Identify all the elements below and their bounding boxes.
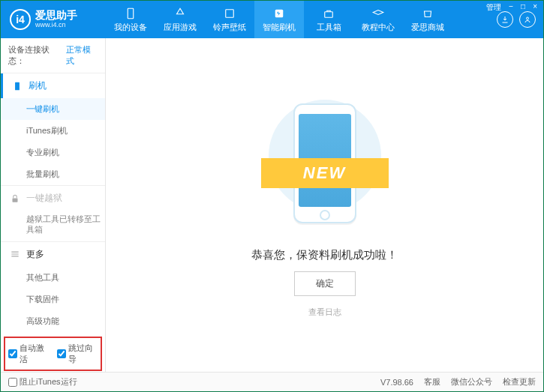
customer-service-link[interactable]: 客服 [424, 376, 440, 388]
side-group-jailbreak: 一键越狱 越狱工具已转移至工具箱 [1, 185, 105, 241]
close-button[interactable]: × [531, 2, 539, 13]
nav-store[interactable]: 爱思商城 [403, 1, 452, 38]
wechat-link[interactable]: 微信公众号 [451, 376, 492, 388]
nav-apps[interactable]: 应用游戏 [155, 1, 205, 38]
sidebar-item-advanced[interactable]: 高级功能 [26, 310, 105, 332]
nav-label: 教程中心 [362, 22, 395, 33]
nav-label: 铃声壁纸 [213, 22, 246, 33]
svg-rect-5 [15, 82, 20, 90]
user-button[interactable] [519, 11, 536, 28]
phone-icon [12, 81, 23, 91]
side-header-jailbreak[interactable]: 一键越狱 [1, 186, 105, 211]
nav-my-device[interactable]: 我的设备 [106, 1, 155, 38]
checkbox-area: 自动激活 跳过向导 [4, 337, 102, 371]
checkbox-input[interactable] [8, 349, 17, 358]
side-group-more: 更多 其他工具 下载固件 高级功能 [1, 241, 105, 332]
checkbox-label: 阻止iTunes运行 [20, 376, 77, 388]
checkbox-input[interactable] [57, 349, 66, 358]
svg-rect-1 [226, 9, 234, 17]
side-header-label: 刷机 [29, 79, 47, 92]
sidebar-item-batch[interactable]: 批量刷机 [26, 163, 105, 185]
nav-label: 智能刷机 [263, 22, 296, 33]
sidebar-item-pro[interactable]: 专业刷机 [26, 142, 105, 163]
graduation-icon [371, 7, 385, 20]
conn-label: 设备连接状态： [8, 44, 63, 67]
sidebar-item-download-firmware[interactable]: 下载固件 [26, 289, 105, 310]
flash-icon [272, 7, 286, 20]
maximize-button[interactable]: □ [519, 2, 527, 13]
app-body: 设备连接状态： 正常模式 刷机 一键刷机 iTunes刷机 专业刷机 批量刷机 [1, 38, 543, 372]
footer-left: 阻止iTunes运行 [8, 376, 77, 388]
success-message: 恭喜您，保资料刷机成功啦！ [251, 248, 398, 262]
app-title: 爱思助手 [35, 10, 77, 21]
nav-toolbox[interactable]: 工具箱 [304, 1, 353, 38]
logo-area[interactable]: i4 爱思助手 www.i4.cn [1, 1, 106, 38]
check-update-link[interactable]: 检查更新 [503, 376, 536, 388]
app-header: 管理 − □ × i4 爱思助手 www.i4.cn 我的设备 应用游戏 铃声壁 [1, 1, 543, 38]
toolbox-icon [322, 7, 335, 20]
side-header-flash[interactable]: 刷机 [1, 73, 105, 98]
checkbox-skip-guide[interactable]: 跳过向导 [57, 343, 98, 365]
sidebar-item-itunes[interactable]: iTunes刷机 [26, 120, 105, 142]
logo-icon: i4 [10, 9, 31, 30]
nav-label: 爱思商城 [411, 22, 444, 33]
side-header-more[interactable]: 更多 [1, 242, 105, 267]
success-illustration: NEW [269, 92, 381, 235]
nav-tutorials[interactable]: 教程中心 [353, 1, 403, 38]
side-header-label: 一键越狱 [26, 192, 62, 205]
download-button[interactable] [497, 11, 513, 28]
store-icon [421, 7, 434, 20]
nav-flash[interactable]: 智能刷机 [254, 1, 304, 38]
sidebar-item-oneclick[interactable]: 一键刷机 [1, 98, 105, 120]
checkbox-input[interactable] [8, 378, 17, 387]
confirm-button[interactable]: 确定 [294, 271, 356, 296]
app-url: www.i4.cn [35, 22, 77, 29]
view-log-link[interactable]: 查看日志 [308, 307, 341, 318]
minimize-button[interactable]: − [507, 2, 515, 13]
main-nav: 我的设备 应用游戏 铃声壁纸 智能刷机 工具箱 教程中心 [106, 1, 497, 38]
side-header-label: 更多 [26, 248, 44, 261]
jailbreak-note: 越狱工具已转移至工具箱 [1, 211, 105, 241]
nav-label: 应用游戏 [164, 22, 197, 33]
svg-rect-3 [325, 11, 333, 17]
nav-label: 工具箱 [317, 22, 341, 33]
connection-status: 设备连接状态： 正常模式 [1, 38, 105, 73]
phone-icon [124, 7, 137, 20]
svg-point-4 [527, 17, 529, 19]
footer-right: V7.98.66 客服 微信公众号 检查更新 [380, 376, 536, 388]
wallpaper-icon [223, 7, 236, 20]
svg-rect-6 [13, 198, 18, 202]
nav-ringtones[interactable]: 铃声壁纸 [205, 1, 254, 38]
window-controls: 管理 − □ × [485, 2, 539, 13]
main-content: NEW 恭喜您，保资料刷机成功啦！ 确定 查看日志 [106, 38, 543, 372]
checkbox-label: 跳过向导 [68, 343, 98, 365]
sidebar: 设备连接状态： 正常模式 刷机 一键刷机 iTunes刷机 专业刷机 批量刷机 [1, 38, 106, 372]
version-label: V7.98.66 [380, 378, 413, 387]
lock-icon [10, 193, 20, 204]
manage-button[interactable]: 管理 [485, 2, 503, 13]
apps-icon [173, 7, 187, 20]
conn-mode: 正常模式 [66, 44, 98, 67]
sidebar-item-othertools[interactable]: 其他工具 [26, 267, 105, 289]
checkbox-block-itunes[interactable]: 阻止iTunes运行 [8, 376, 77, 388]
checkbox-label: 自动激活 [20, 343, 50, 365]
footer-bar: 阻止iTunes运行 V7.98.66 客服 微信公众号 检查更新 [1, 372, 543, 391]
menu-icon [10, 249, 20, 259]
svg-rect-0 [128, 8, 134, 19]
nav-label: 我的设备 [114, 22, 147, 33]
new-banner: NEW [261, 158, 389, 188]
side-group-flash: 刷机 一键刷机 iTunes刷机 专业刷机 批量刷机 [1, 73, 105, 185]
checkbox-auto-activate[interactable]: 自动激活 [8, 343, 50, 365]
